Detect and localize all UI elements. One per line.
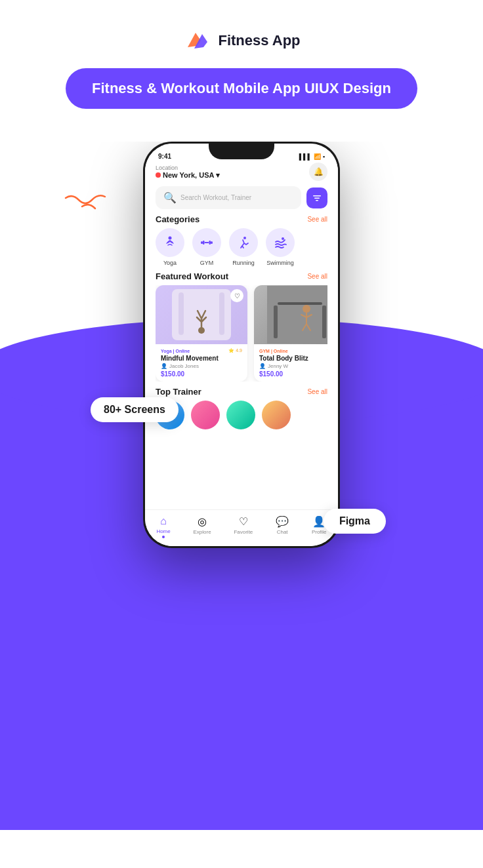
workout-card-2[interactable]: GYM | Online ⭐ 4.8 Total Body Blitz 👤 Je… — [254, 285, 327, 382]
hero-badge: Fitness & Workout Mobile App UIUX Design — [66, 68, 417, 109]
yoga-pose-illustration — [169, 286, 234, 344]
signal-icon: ▌▌▌ — [299, 153, 312, 160]
status-icons: ▌▌▌ 📶 ▪ — [299, 153, 325, 160]
phone-hand-wrapper: 9:41 ▌▌▌ 📶 ▪ Lo — [77, 142, 406, 732]
categories-header: Categories See all — [156, 214, 327, 224]
svg-rect-0 — [313, 195, 321, 197]
running-label: Running — [232, 260, 255, 266]
svg-rect-12 — [178, 292, 184, 335]
nav-favorite[interactable]: ♡ Favorite — [234, 515, 253, 538]
card-title-2: Total Body Blitz — [259, 355, 327, 362]
card-body-1: Yoga | Online ⭐ 4.9 Mindful Movement 👤 J… — [156, 344, 247, 382]
search-icon: 🔍 — [163, 191, 177, 204]
svg-rect-5 — [211, 241, 213, 244]
favorite-nav-icon: ♡ — [239, 515, 248, 528]
wifi-icon: 📶 — [314, 153, 321, 160]
trainer-avatar-3[interactable] — [226, 401, 255, 429]
gym-label: GYM — [200, 260, 214, 266]
hero-badge-text: Fitness & Workout Mobile App UIUX Design — [92, 80, 391, 96]
search-placeholder-text: Search Workout, Trainer — [180, 194, 251, 201]
card-trainer-2: 👤 Jenny W — [259, 363, 327, 369]
yoga-icon — [163, 235, 177, 250]
category-running[interactable]: Running — [229, 228, 258, 266]
swimming-label: Swimming — [266, 260, 294, 266]
card-price-2: $150.00 — [259, 370, 327, 378]
filter-button[interactable] — [306, 187, 327, 208]
card-rating-2: ⭐ 4.8 — [327, 348, 327, 353]
svg-rect-6 — [203, 241, 205, 245]
status-time: 9:41 — [158, 153, 171, 160]
search-input[interactable]: 🔍 Search Workout, Trainer — [156, 186, 301, 209]
app-logo-icon — [182, 26, 211, 55]
phone-inner: 9:41 ▌▌▌ 📶 ▪ Lo — [145, 144, 338, 546]
location-label: Location — [156, 165, 220, 171]
categories-see-all[interactable]: See all — [307, 216, 327, 223]
nav-chat[interactable]: 💬 Chat — [276, 515, 289, 538]
card-rating-1: ⭐ 4.9 — [228, 348, 242, 353]
search-row: 🔍 Search Workout, Trainer — [156, 186, 327, 209]
card-body-2: GYM | Online ⭐ 4.8 Total Body Blitz 👤 Je… — [254, 344, 327, 382]
category-gym[interactable]: GYM — [192, 228, 221, 266]
trainer-avatars — [156, 401, 327, 429]
favorite-icon[interactable]: ♡ — [230, 289, 243, 302]
top-trainer-see-all[interactable]: See all — [307, 388, 327, 395]
top-trainer-header: Top Trainer See all — [156, 387, 327, 397]
nav-active-indicator — [162, 536, 165, 538]
phone-notch — [209, 144, 274, 159]
trainer-avatar-2[interactable] — [191, 401, 220, 429]
svg-rect-1 — [314, 197, 320, 199]
location-value[interactable]: New York, USA ▾ — [156, 171, 220, 180]
notification-bell-button[interactable]: 🔔 — [309, 163, 327, 181]
nav-home[interactable]: ⌂ Home — [156, 515, 170, 538]
category-swimming[interactable]: Swimming — [266, 228, 295, 266]
workout-cards: ♡ Yoga | Online ⭐ 4.9 Mindful Movement — [156, 285, 327, 382]
featured-see-all[interactable]: See all — [307, 273, 327, 280]
card-tag-2: GYM | Online — [259, 349, 288, 353]
phone-screen: 9:41 ▌▌▌ 📶 ▪ Lo — [145, 144, 338, 546]
featured-title: Featured Workout — [156, 271, 228, 281]
running-icon-box — [229, 228, 258, 257]
card-title-1: Mindful Movement — [161, 355, 242, 362]
location-dot-icon — [156, 172, 161, 178]
gym-illustration — [267, 286, 327, 344]
nav-explore[interactable]: ◎ Explore — [194, 515, 211, 538]
figma-badge: Figma — [324, 509, 386, 534]
nav-home-label: Home — [156, 528, 170, 534]
location-row: Location New York, USA ▾ 🔔 — [156, 163, 327, 181]
svg-rect-13 — [219, 292, 224, 335]
trainer-avatar-4[interactable] — [262, 401, 291, 429]
main-section: 9:41 ▌▌▌ 📶 ▪ Lo — [0, 142, 483, 830]
nav-chat-label: Chat — [277, 529, 288, 535]
categories-title: Categories — [156, 214, 200, 224]
svg-rect-16 — [274, 306, 278, 338]
trainer-icon-2: 👤 — [259, 363, 266, 369]
bottom-nav: ⌂ Home ◎ Explore ♡ Favorite — [145, 509, 338, 546]
logo-row: Fitness App — [182, 26, 300, 55]
gym-icon — [200, 235, 214, 250]
chevron-down-icon: ▾ — [216, 171, 220, 180]
location-group: Location New York, USA ▾ — [156, 165, 220, 180]
svg-point-9 — [243, 237, 246, 239]
svg-rect-18 — [278, 302, 322, 305]
swimming-icon — [273, 235, 287, 250]
nav-explore-label: Explore — [194, 529, 211, 535]
workout-card-1[interactable]: ♡ Yoga | Online ⭐ 4.9 Mindful Movement — [156, 285, 247, 382]
home-icon: ⌂ — [160, 515, 167, 527]
nav-profile-label: Profile — [312, 529, 327, 535]
phone-frame: 9:41 ▌▌▌ 📶 ▪ Lo — [143, 142, 340, 548]
top-trainer-title: Top Trainer — [156, 387, 201, 397]
screen-content: Location New York, USA ▾ 🔔 — [145, 163, 338, 429]
top-trainer-section: Top Trainer See all — [156, 387, 327, 429]
explore-icon: ◎ — [198, 515, 207, 528]
trainer-icon-1: 👤 — [161, 363, 167, 369]
nav-favorite-label: Favorite — [234, 529, 253, 535]
chat-icon: 💬 — [276, 515, 289, 528]
card-trainer-1: 👤 Jacob Jones — [161, 363, 242, 369]
svg-rect-17 — [322, 306, 326, 338]
svg-point-19 — [303, 305, 310, 313]
svg-rect-7 — [209, 241, 211, 245]
category-yoga[interactable]: Yoga — [156, 228, 184, 266]
gym-icon-box — [192, 228, 221, 257]
screens-badge: 80+ Screens — [91, 397, 178, 422]
app-name: Fitness App — [218, 32, 300, 49]
